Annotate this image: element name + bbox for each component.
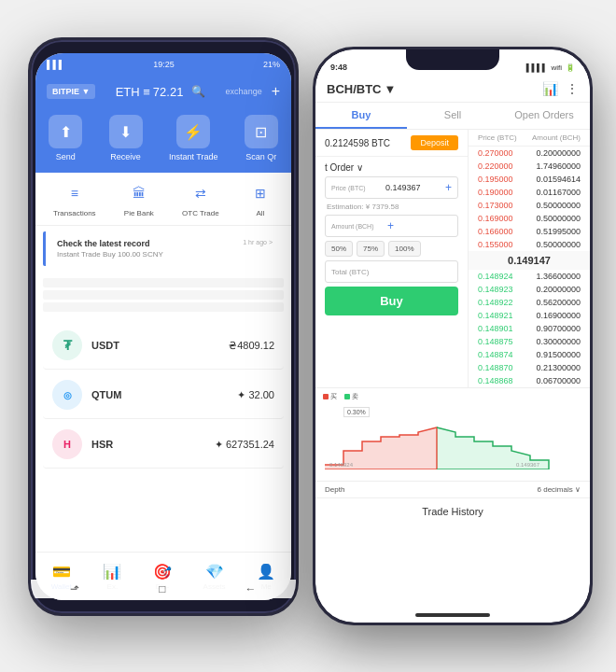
usdt-balance: ₴4809.12 — [229, 340, 274, 352]
depth-chart-svg: 0.148924 0.149367 — [315, 390, 590, 469]
exchange-nav-icon: 📊 — [103, 563, 121, 581]
header-icons: exchange + — [226, 83, 280, 100]
buy-amount-9: 0.06700000 — [536, 376, 581, 385]
buy-price-1: 0.148924 — [478, 272, 534, 281]
percent-100[interactable]: 100% — [388, 241, 420, 257]
buy-amount-4: 0.16900000 — [536, 311, 581, 320]
send-icon: ⬆ — [49, 115, 82, 148]
back-icon[interactable]: ← — [245, 582, 257, 595]
notification-bar[interactable]: Check the latest record Instant Trade Bu… — [43, 231, 284, 266]
trade-header: BCH/BTC ▼ 📊 ⋮ — [315, 76, 590, 103]
decimals-label[interactable]: 6 decimals ∨ — [538, 485, 581, 494]
android-screen: ▌▌▌ 19:25 21% BITPIE ▼ ETH ≡ 72.21 🔍 exc… — [35, 53, 291, 600]
sell-order-row: 0.169000 0.50000000 — [469, 212, 590, 225]
android-time: 19:25 — [153, 60, 175, 69]
buy-order-row: 0.148868 0.06700000 — [469, 374, 590, 387]
buy-price-7: 0.148874 — [478, 350, 534, 359]
otc-trade-nav[interactable]: ⇄ OTC Trade — [182, 180, 219, 217]
amount-plus[interactable]: + — [382, 219, 399, 232]
buy-button[interactable]: Buy — [325, 287, 458, 315]
bitpie-logo[interactable]: BITPIE ▼ — [47, 84, 95, 99]
buy-order-row: 0.148874 0.91500000 — [469, 348, 590, 361]
transactions-nav[interactable]: ≡ Transactions — [53, 180, 96, 217]
notif-title: Check the latest record — [57, 239, 243, 248]
deposit-amount: 0.2124598 BTC — [325, 138, 390, 148]
percent-50[interactable]: 50% — [325, 241, 353, 257]
depth-label: Depth — [325, 485, 344, 494]
buy-order-row: 0.148921 0.16900000 — [469, 309, 590, 322]
buy-order-row: 0.148923 0.20000000 — [469, 283, 590, 296]
buy-amount-6: 0.30000000 — [536, 337, 581, 346]
wallet-list: ₮ USDT ₴4809.12 ◎ QTUM ✦ 32.00 H HSR ✦ 6… — [35, 318, 291, 474]
buy-amount-8: 0.21300000 — [536, 363, 581, 372]
instant-trade-action[interactable]: ⚡ Instant Trade — [169, 115, 218, 161]
sell-price-6: 0.169000 — [478, 214, 534, 223]
hsr-balance: ✦ 627351.24 — [215, 439, 274, 451]
price-col-label: Price (BTC) — [478, 133, 517, 142]
spacer-row-3 — [43, 302, 284, 312]
all-icon: ⊞ — [247, 180, 273, 206]
amount-row: Amount (BCH) + — [325, 215, 458, 237]
sell-amount-8: 0.50000000 — [536, 240, 581, 249]
order-type[interactable]: t Order ∨ — [325, 162, 458, 173]
iphone-home-indicator — [415, 613, 490, 617]
recent-apps-icon[interactable]: ⬏ — [70, 582, 79, 595]
sell-order-row: 0.173000 0.50000000 — [469, 199, 590, 212]
tab-open-orders[interactable]: Open Orders — [498, 103, 590, 129]
send-action[interactable]: ⬆ Send — [49, 115, 82, 161]
buy-orders: 0.148924 1.36600000 0.148923 0.20000000 … — [469, 270, 590, 387]
price-plus[interactable]: + — [440, 181, 457, 194]
wallet-item-hsr[interactable]: H HSR ✦ 627351.24 — [43, 421, 284, 469]
iphone-battery: 🔋 — [566, 63, 575, 72]
more-icon[interactable]: ⋮ — [566, 81, 579, 96]
android-status-bar: ▌▌▌ 19:25 21% — [35, 53, 291, 76]
percent-row: 50% 75% 100% — [325, 241, 458, 257]
deposit-button[interactable]: Deposit — [411, 135, 458, 150]
percent-75[interactable]: 75% — [357, 241, 385, 257]
discover-nav-icon: 🎯 — [153, 563, 172, 581]
trade-history-button[interactable]: Trade History — [315, 497, 590, 525]
eth-balance: ETH ≡ 72.21 🔍 — [116, 85, 206, 99]
order-book: Price (BTC) Amount (BCH) 0.270000 0.2000… — [469, 130, 590, 387]
sell-amount-3: 0.01594614 — [536, 175, 581, 184]
receive-action[interactable]: ⬇ Receive — [109, 115, 143, 161]
buy-order-row: 0.148922 0.56200000 — [469, 296, 590, 309]
iphone-signal: ▌▌▌▌ — [526, 63, 548, 72]
main-content: 0.2124598 BTC Deposit t Order ∨ Price (B… — [315, 130, 590, 387]
qtum-name: QTUM — [91, 389, 237, 400]
receive-icon: ⬇ — [109, 115, 143, 148]
buy-amount-2: 0.20000000 — [536, 285, 581, 294]
android-signal: ▌▌▌ — [47, 60, 64, 69]
sell-order-row: 0.190000 0.01167000 — [469, 186, 590, 199]
pie-bank-nav[interactable]: 🏛 Pie Bank — [124, 180, 154, 217]
buy-order-row: 0.148870 0.21300000 — [469, 361, 590, 374]
lightning-icon: ⚡ — [176, 115, 210, 148]
chart-icon[interactable]: 📊 — [542, 81, 558, 96]
tab-buy[interactable]: Buy — [315, 103, 407, 129]
wallet-item-qtum[interactable]: ◎ QTUM ✦ 32.00 — [43, 371, 284, 419]
chart-area: 买 卖 0.30% 0.148924 0.149367 — [315, 387, 590, 481]
hsr-name: HSR — [91, 439, 215, 450]
estimation: Estimation: ¥ 7379.58 — [325, 203, 458, 211]
sell-amount-2: 1.74960000 — [536, 161, 581, 171]
price-value[interactable]: 0.149367 — [382, 183, 440, 192]
usdt-icon: ₮ — [52, 330, 82, 360]
buy-price-6: 0.148875 — [478, 337, 534, 346]
search-icon[interactable]: 🔍 — [191, 85, 205, 98]
tab-sell[interactable]: Sell — [407, 103, 498, 129]
spacer-row-2 — [43, 290, 284, 300]
buy-price-9: 0.148868 — [478, 376, 534, 385]
home-icon[interactable]: □ — [159, 582, 165, 595]
iphone-screen: 9:48 ▌▌▌▌ wifi 🔋 BCH/BTC ▼ 📊 ⋮ — [315, 49, 590, 623]
scan-qr-action[interactable]: ⊡ Scan Qr — [245, 115, 278, 161]
buy-price-4: 0.148921 — [478, 311, 534, 320]
add-icon[interactable]: + — [272, 83, 280, 100]
trade-pair[interactable]: BCH/BTC ▼ — [327, 82, 396, 96]
spacer-row-1 — [43, 278, 284, 287]
all-nav[interactable]: ⊞ All — [247, 180, 273, 217]
sell-price-7: 0.166000 — [478, 227, 534, 236]
wallet-item-usdt[interactable]: ₮ USDT ₴4809.12 — [43, 322, 284, 370]
qr-icon: ⊡ — [245, 115, 278, 148]
price-label: Price (BTC) — [326, 185, 382, 191]
buy-price-2: 0.148923 — [478, 285, 534, 294]
